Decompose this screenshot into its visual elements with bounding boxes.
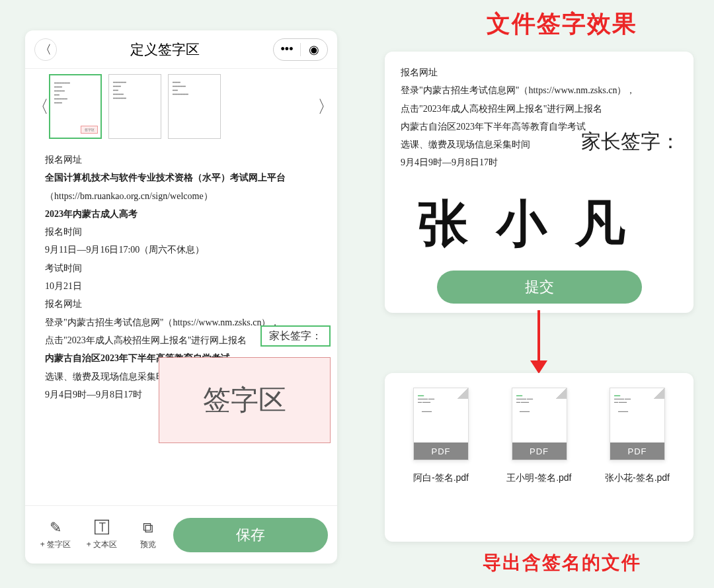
signature-area-placeholder[interactable]: 签字区: [159, 357, 331, 443]
pdf-band: PDF: [414, 442, 468, 460]
page-title: 定义签字区: [57, 40, 273, 59]
save-label: 保存: [236, 525, 265, 545]
exported-file[interactable]: ▂▂▂▂▂▂▂▂ ▂▂▂▂▂ ▂▂▂▂ ▂▂▂▂▂ PDF 张小花-签名.pdf: [594, 388, 680, 542]
exported-file[interactable]: ▂▂▂▂▂▂▂▂ ▂▂▂▂▂ ▂▂▂▂ ▂▂▂▂▂ PDF 王小明-签名.pdf: [496, 388, 582, 542]
submit-label: 提交: [525, 277, 554, 297]
bottom-toolbar: ✎ + 签字区 🅃 + 文本区 ⧉ 预览 保存: [25, 505, 337, 564]
preview-icon: ⧉: [127, 519, 169, 536]
handwritten-signature: 张 小 凡: [418, 190, 633, 259]
close-button[interactable]: ◉: [301, 42, 327, 57]
doc-line: 10月21日: [45, 277, 320, 295]
pdf-band: PDF: [512, 442, 567, 460]
target-icon: ◉: [309, 42, 319, 57]
chevron-left-icon: 〈: [40, 42, 52, 58]
tool-label: + 文本区: [87, 540, 117, 549]
document-preview[interactable]: 报名网址 全国计算机技术与软件专业技术资格（水平）考试网上平台 （https:/…: [25, 139, 337, 505]
pdf-file-icon: ▂▂▂▂▂▂▂▂ ▂▂▂▂▂ ▂▂▂▂ ▂▂▂▂▂ PDF: [413, 388, 469, 460]
arrow-down-icon: [532, 310, 545, 374]
export-caption: 导出含签名的文件: [450, 550, 674, 575]
page-thumbnail-1[interactable]: ▂▂▂▂▂▂▂▂▂▂▂▂▂▂▂▂▂▂▂▂▂▂▂ 签字区: [49, 74, 102, 139]
page-thumbnail-2[interactable]: ▂▂▂▂▂▂▂▂▂▂▂▂▂▂▂▂▂▂▂: [108, 74, 161, 139]
exported-files-card: ▂▂▂▂▂▂▂▂ ▂▂▂▂▂ ▂▂▂▂ ▂▂▂▂▂ PDF 阿白-签名.pdf …: [385, 373, 694, 542]
doc-line: 报名网址: [45, 151, 320, 169]
doc-line: 报名时间: [45, 223, 320, 241]
doc-line: 登录"内蒙古招生考试信息网"（https://www.nm.zsks.cn），: [401, 81, 678, 99]
add-text-area-button[interactable]: 🅃 + 文本区: [81, 519, 123, 550]
tool-label: 预览: [140, 540, 156, 549]
file-name: 张小花-签名.pdf: [594, 472, 680, 484]
menu-button[interactable]: •••: [274, 42, 300, 56]
add-signature-area-button[interactable]: ✎ + 签字区: [34, 519, 77, 550]
tool-label: + 签字区: [40, 540, 71, 549]
kebab-icon: •••: [281, 42, 294, 56]
annotation-title: 文件签字效果: [436, 8, 688, 40]
page-thumbnail-3[interactable]: ▂▂▂▂▂▂▂▂▂▂▂▂▂▂▂▂: [168, 74, 221, 139]
pdf-file-icon: ▂▂▂▂▂▂▂▂ ▂▂▂▂▂ ▂▂▂▂ ▂▂▂▂▂ PDF: [512, 388, 567, 460]
save-button[interactable]: 保存: [173, 518, 328, 552]
pen-icon: ✎: [34, 519, 77, 536]
phone-header: 〈 定义签字区 ••• ◉: [25, 30, 337, 69]
doc-line: 全国计算机技术与软件专业技术资格（水平）考试网上平台: [45, 169, 320, 187]
prev-page-button[interactable]: 〈: [32, 95, 45, 118]
doc-line: 报名网址: [45, 295, 320, 313]
file-name: 王小明-签名.pdf: [496, 472, 582, 484]
doc-line: 2023年内蒙古成人高考: [45, 205, 320, 223]
text-box-icon: 🅃: [81, 519, 123, 536]
pdf-band: PDF: [610, 442, 664, 460]
thumbnail-signature-marker: 签字区: [81, 126, 98, 134]
thumbnails: ▂▂▂▂▂▂▂▂▂▂▂▂▂▂▂▂▂▂▂▂▂▂▂ 签字区 ▂▂▂▂▂▂▂▂▂▂▂▂…: [45, 74, 317, 139]
next-page-button[interactable]: 〉: [317, 95, 331, 118]
doc-line: 报名网址: [401, 63, 678, 81]
miniprogram-capsule: ••• ◉: [273, 38, 328, 61]
doc-line: 点击"2023年成人高校招生网上报名"进行网上报名: [401, 100, 678, 118]
exported-file[interactable]: ▂▂▂▂▂▂▂▂ ▂▂▂▂▂ ▂▂▂▂ ▂▂▂▂▂ PDF 阿白-签名.pdf: [398, 388, 484, 542]
file-name: 阿白-签名.pdf: [398, 472, 484, 484]
back-button[interactable]: 〈: [34, 38, 57, 61]
doc-line: 考试时间: [45, 259, 320, 277]
phone-mockup: 〈 定义签字区 ••• ◉ 〈 ▂▂▂▂▂▂▂▂▂▂▂▂▂▂▂▂▂▂▂▂▂▂▂ …: [25, 30, 337, 564]
doc-line: （https://bm.ruankao.org.cn/sign/welcome）: [45, 187, 320, 205]
doc-line: 9月11日—9月16日17:00（周六不休息）: [45, 241, 320, 259]
signed-result-card: 报名网址 登录"内蒙古招生考试信息网"（https://www.nm.zsks.…: [385, 52, 694, 313]
submit-button[interactable]: 提交: [437, 271, 642, 304]
signed-doc-text: 报名网址 登录"内蒙古招生考试信息网"（https://www.nm.zsks.…: [401, 63, 678, 172]
parent-signature-label-box[interactable]: 家长签字：: [260, 325, 331, 347]
thumbnail-carousel: 〈 ▂▂▂▂▂▂▂▂▂▂▂▂▂▂▂▂▂▂▂▂▂▂▂ 签字区 ▂▂▂▂▂▂▂▂▂▂…: [25, 69, 337, 139]
doc-line: 9月4日9时—9月8日17时: [401, 153, 678, 171]
pdf-file-icon: ▂▂▂▂▂▂▂▂ ▂▂▂▂▂ ▂▂▂▂ ▂▂▂▂▂ PDF: [610, 388, 665, 460]
parent-signature-label: 家长签字：: [581, 128, 680, 155]
preview-button[interactable]: ⧉ 预览: [127, 519, 169, 550]
